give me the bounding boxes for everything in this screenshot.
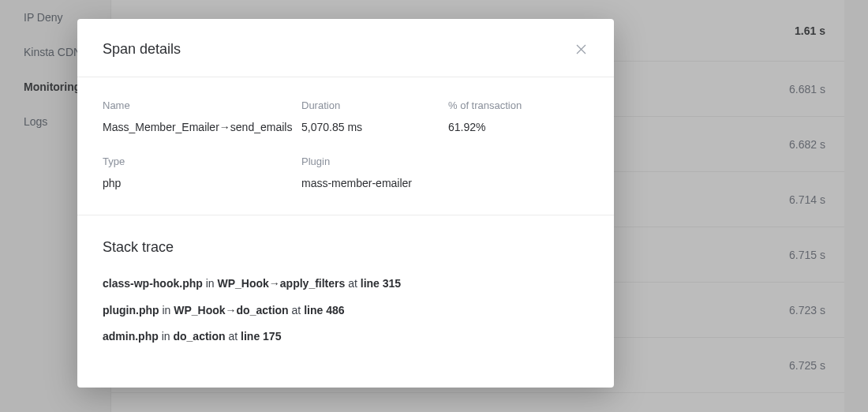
details-grid: Name Mass_Member_Emailer→send_emails Dur… bbox=[77, 77, 614, 215]
field-value: 5,070.85 ms bbox=[301, 121, 448, 133]
field-type: Type php bbox=[103, 155, 301, 189]
field-label: Name bbox=[103, 99, 301, 111]
stack-trace-title: Stack trace bbox=[103, 239, 589, 256]
field-name: Name Mass_Member_Emailer→send_emails bbox=[103, 99, 301, 133]
field-value: mass-member-emailer bbox=[301, 177, 448, 189]
stack-lineno: line 175 bbox=[241, 330, 281, 343]
stack-trace-section: Stack trace class-wp-hook.php in WP_Hook… bbox=[77, 215, 614, 388]
field-label: Type bbox=[103, 155, 301, 167]
modal-header: Span details bbox=[77, 19, 614, 77]
stack-lineno: line 315 bbox=[361, 277, 401, 290]
stack-lineno: line 486 bbox=[304, 304, 344, 316]
stack-func: WP_Hook→apply_filters bbox=[217, 277, 345, 290]
field-value: php bbox=[103, 177, 301, 189]
stack-trace-line: class-wp-hook.php in WP_Hook→apply_filte… bbox=[103, 276, 589, 292]
field-value: Mass_Member_Emailer→send_emails bbox=[103, 121, 301, 133]
field-label: Plugin bbox=[301, 155, 448, 167]
modal-title: Span details bbox=[103, 41, 181, 58]
stack-file: admin.php bbox=[103, 330, 159, 343]
close-button[interactable] bbox=[573, 42, 589, 58]
field-value: 61.92% bbox=[448, 121, 522, 133]
stack-file: class-wp-hook.php bbox=[103, 277, 203, 290]
field-duration: Duration 5,070.85 ms bbox=[301, 99, 448, 133]
field-label: % of transaction bbox=[448, 99, 522, 111]
field-plugin: Plugin mass-member-emailer bbox=[301, 155, 448, 189]
stack-file: plugin.php bbox=[103, 304, 159, 316]
close-icon bbox=[576, 44, 586, 54]
stack-func: WP_Hook→do_action bbox=[174, 304, 288, 316]
field-label: Duration bbox=[301, 99, 448, 111]
span-details-modal: Span details Name Mass_Member_Emailer→se… bbox=[77, 19, 614, 388]
stack-trace-line: admin.php in do_action at line 175 bbox=[103, 329, 589, 345]
field-pct: % of transaction 61.92% bbox=[448, 99, 522, 133]
stack-trace-line: plugin.php in WP_Hook→do_action at line … bbox=[103, 303, 589, 319]
stack-func: do_action bbox=[173, 330, 225, 343]
